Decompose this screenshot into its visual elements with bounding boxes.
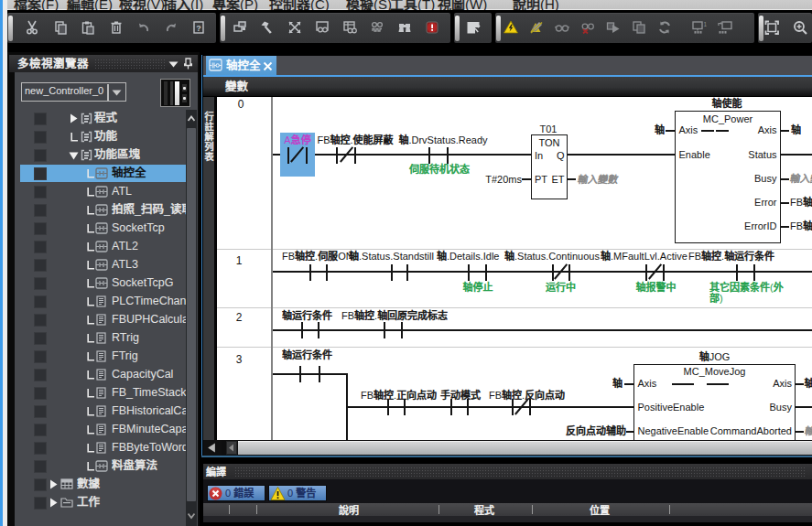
svg-text:?: ? bbox=[196, 24, 201, 33]
svg-text:1: 1 bbox=[704, 21, 708, 27]
